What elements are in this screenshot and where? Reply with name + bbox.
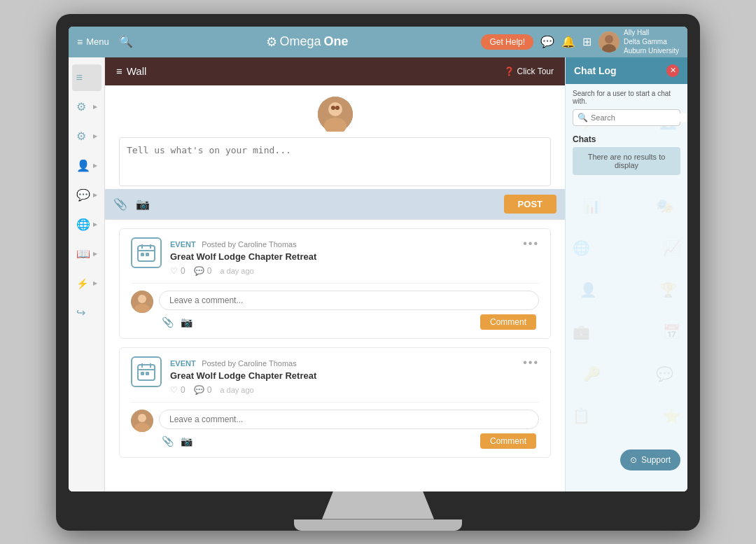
post-actions-row: ♡ 0 💬 0 a day ago bbox=[170, 385, 514, 395]
top-navigation: ≡ Menu 🔍 ⚙ OmegaOne Get Help! 💬 🔔 ⊞ bbox=[69, 27, 687, 57]
comment-button[interactable]: Comment bbox=[480, 314, 536, 330]
comment-input[interactable] bbox=[159, 410, 539, 429]
comment-icons: 📎 📷 bbox=[162, 316, 192, 328]
wall-body[interactable]: 📎 📷 POST bbox=[105, 85, 565, 491]
hamburger-icon: ≡ bbox=[77, 36, 83, 48]
composer-textarea[interactable] bbox=[119, 137, 551, 186]
composer-toolbar: 📎 📷 POST bbox=[105, 189, 565, 219]
comment-input-wrapper: 📎 📷 Comment bbox=[159, 410, 539, 449]
sidebar-item-profile[interactable]: 👤 ▶ bbox=[72, 153, 102, 179]
sidebar-item-book[interactable]: 📖 ▶ bbox=[72, 241, 102, 267]
comment-camera-icon[interactable]: 📷 bbox=[181, 435, 192, 447]
svg-rect-12 bbox=[141, 253, 144, 256]
chat-no-results: There are no results to display bbox=[573, 147, 680, 175]
menu-label: Menu bbox=[86, 36, 109, 47]
menu-button[interactable]: ≡ Menu bbox=[77, 36, 109, 48]
wall-header: ≡ Wall ❓ Click Tour bbox=[105, 57, 565, 85]
like-action[interactable]: ♡ 0 bbox=[170, 266, 186, 276]
post-header: EVENT Posted by Caroline Thomas Great Wo… bbox=[131, 237, 539, 276]
comment-input-wrapper: 📎 📷 Comment bbox=[159, 291, 539, 330]
exit-icon: ↪ bbox=[76, 306, 85, 319]
click-tour-button[interactable]: ❓ Click Tour bbox=[504, 67, 554, 76]
sidebar-item-events[interactable]: ⚡ ▶ bbox=[72, 270, 102, 297]
profile-icon: 👤 bbox=[76, 159, 90, 172]
help-circle-icon: ❓ bbox=[504, 67, 514, 76]
comment-action[interactable]: 💬 0 bbox=[194, 266, 212, 276]
sidebar-item-list[interactable]: ≡ bbox=[72, 64, 102, 91]
comment-section: 📎 📷 Comment bbox=[131, 283, 539, 330]
chat-search-wrapper: 🔍 bbox=[573, 109, 680, 126]
feed: EVENT Posted by Caroline Thomas Great Wo… bbox=[105, 220, 565, 466]
bell-icon[interactable]: 🔔 bbox=[561, 35, 575, 48]
comment-camera-icon[interactable]: 📷 bbox=[181, 316, 192, 328]
sidebar-item-chat[interactable]: 💬 ▶ bbox=[72, 182, 102, 209]
chat-log-title: Chat Log bbox=[574, 65, 617, 76]
search-icon: 🔍 bbox=[578, 113, 588, 123]
post-title: Great Wolf Lodge Chapter Retreat bbox=[170, 251, 514, 262]
sidebar-item-global[interactable]: 🌐 ▶ bbox=[72, 211, 102, 238]
post-author: Posted by Caroline Thomas bbox=[202, 240, 297, 249]
post-event-icon bbox=[131, 356, 162, 387]
user-name: Ally Hall bbox=[624, 28, 679, 37]
chat-search-label: Search for a user to start a chat with. bbox=[573, 90, 680, 105]
events-icon: ⚡ bbox=[76, 278, 88, 289]
user-org2: Auburn University bbox=[624, 46, 679, 55]
user-org1: Delta Gamma bbox=[624, 37, 679, 46]
sidebar-item-settings2[interactable]: ⚙ ▶ bbox=[72, 123, 102, 150]
nav-right: Get Help! 💬 🔔 ⊞ Ally Hall Delta Gamma bbox=[481, 28, 679, 55]
user-details: Ally Hall Delta Gamma Auburn University bbox=[624, 28, 679, 55]
gear-logo-icon: ⚙ bbox=[266, 34, 277, 50]
logo-prefix: Omega bbox=[280, 34, 321, 49]
svg-rect-13 bbox=[146, 253, 149, 256]
comment-input[interactable] bbox=[159, 291, 539, 310]
search-icon[interactable]: 🔍 bbox=[119, 35, 133, 48]
comment-avatar bbox=[131, 291, 153, 313]
get-help-button[interactable]: Get Help! bbox=[481, 34, 533, 50]
comment-action[interactable]: 💬 0 bbox=[194, 385, 212, 395]
support-label: Support bbox=[641, 455, 671, 465]
user-avatar bbox=[598, 32, 620, 53]
post-meta: EVENT Posted by Caroline Thomas Great Wo… bbox=[170, 356, 514, 395]
comment-attachment-icon[interactable]: 📎 bbox=[162, 435, 174, 447]
global-icon: 🌐 bbox=[76, 218, 90, 231]
sidebar-item-settings1[interactable]: ⚙ ▶ bbox=[72, 94, 102, 120]
user-info[interactable]: Ally Hall Delta Gamma Auburn University bbox=[598, 28, 679, 55]
chat-nav-icon[interactable]: 💬 bbox=[540, 35, 554, 48]
arrow-icon: ▶ bbox=[93, 162, 97, 169]
arrow-icon: ▶ bbox=[93, 280, 97, 286]
post-event-icon bbox=[131, 237, 162, 268]
post-more-button[interactable]: ••• bbox=[523, 356, 539, 369]
camera-icon[interactable]: 📷 bbox=[136, 197, 150, 211]
post-author: Posted by Caroline Thomas bbox=[202, 359, 297, 368]
support-icon: ⊙ bbox=[630, 455, 637, 465]
chat-search-input[interactable] bbox=[591, 113, 687, 122]
comment-attachment-icon[interactable]: 📎 bbox=[162, 316, 174, 328]
support-button[interactable]: ⊙ Support bbox=[620, 449, 680, 470]
chat-log-close-button[interactable]: ✕ bbox=[666, 64, 679, 77]
like-action[interactable]: ♡ 0 bbox=[170, 385, 186, 395]
chat-log-content: Chat Log ✕ Search for a user to start a … bbox=[566, 57, 687, 175]
svg-point-6 bbox=[331, 106, 335, 110]
attachment-icon[interactable]: 📎 bbox=[113, 197, 127, 211]
list-icon: ≡ bbox=[76, 71, 83, 84]
chat-icon: 💬 bbox=[76, 188, 90, 202]
app-logo: ⚙ OmegaOne bbox=[140, 34, 475, 50]
logo-suffix: One bbox=[324, 34, 349, 49]
post-more-button[interactable]: ••• bbox=[523, 237, 539, 250]
post-title: Great Wolf Lodge Chapter Retreat bbox=[170, 370, 514, 381]
post-header: EVENT Posted by Caroline Thomas Great Wo… bbox=[131, 356, 539, 395]
chat-search-section: Search for a user to start a chat with. … bbox=[566, 84, 687, 132]
post-button[interactable]: POST bbox=[504, 195, 556, 214]
composer-avatar bbox=[318, 97, 353, 132]
comment-avatar bbox=[131, 410, 153, 432]
svg-rect-21 bbox=[141, 372, 144, 375]
grid-icon[interactable]: ⊞ bbox=[582, 35, 592, 48]
post-composer: 📎 📷 POST bbox=[105, 85, 565, 220]
chat-chats-label: Chats bbox=[566, 132, 687, 147]
app-body: ≡ ⚙ ▶ ⚙ ▶ 👤 ▶ 💬 ▶ bbox=[69, 57, 687, 491]
sidebar-item-exit[interactable]: ↪ bbox=[72, 300, 102, 326]
wall-list-icon: ≡ bbox=[116, 65, 122, 77]
arrow-icon: ▶ bbox=[93, 251, 97, 257]
arrow-icon: ▶ bbox=[93, 104, 97, 110]
comment-button[interactable]: Comment bbox=[480, 433, 536, 449]
